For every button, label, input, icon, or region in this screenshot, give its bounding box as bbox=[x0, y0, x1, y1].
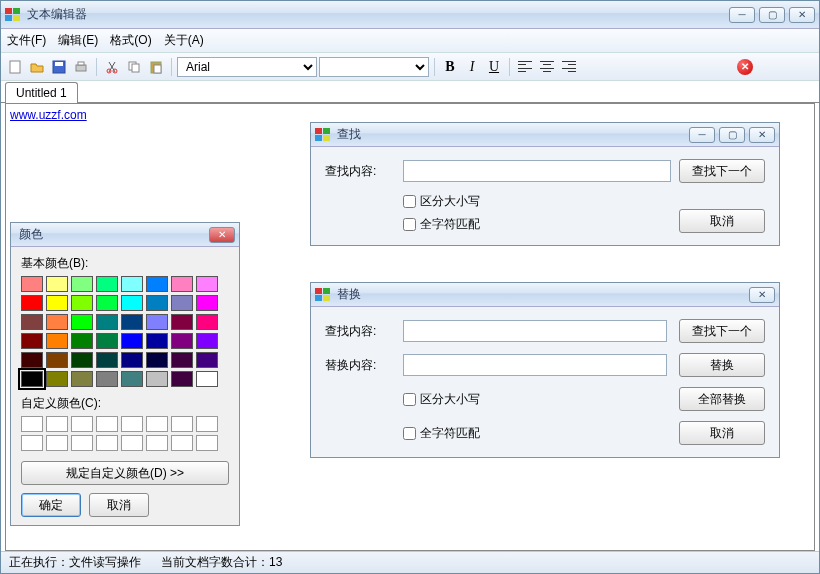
align-right-button[interactable] bbox=[559, 57, 579, 77]
tab-untitled[interactable]: Untitled 1 bbox=[5, 82, 78, 103]
maximize-button[interactable]: ▢ bbox=[759, 7, 785, 23]
italic-button[interactable]: I bbox=[462, 57, 482, 77]
color-swatch[interactable] bbox=[71, 314, 93, 330]
color-swatch[interactable] bbox=[196, 276, 218, 292]
color-swatch[interactable] bbox=[71, 333, 93, 349]
color-swatch[interactable] bbox=[146, 333, 168, 349]
color-swatch[interactable] bbox=[21, 352, 43, 368]
underline-button[interactable]: U bbox=[484, 57, 504, 77]
color-swatch[interactable] bbox=[196, 371, 218, 387]
cut-icon[interactable] bbox=[102, 57, 122, 77]
color-swatch[interactable] bbox=[196, 333, 218, 349]
custom-swatch[interactable] bbox=[146, 435, 168, 451]
color-swatch[interactable] bbox=[171, 295, 193, 311]
custom-swatch[interactable] bbox=[196, 416, 218, 432]
new-icon[interactable] bbox=[5, 57, 25, 77]
custom-swatch[interactable] bbox=[46, 416, 68, 432]
color-swatch[interactable] bbox=[171, 352, 193, 368]
custom-swatch[interactable] bbox=[21, 435, 43, 451]
color-close-button[interactable]: ✕ bbox=[209, 227, 235, 243]
custom-swatch[interactable] bbox=[121, 416, 143, 432]
custom-swatch[interactable] bbox=[46, 435, 68, 451]
find-close-button[interactable]: ✕ bbox=[749, 127, 775, 143]
menu-edit[interactable]: 编辑(E) bbox=[58, 32, 98, 49]
color-swatch[interactable] bbox=[146, 295, 168, 311]
color-swatch[interactable] bbox=[71, 276, 93, 292]
custom-swatch[interactable] bbox=[171, 435, 193, 451]
bold-button[interactable]: B bbox=[440, 57, 460, 77]
color-swatch[interactable] bbox=[46, 333, 68, 349]
color-swatch[interactable] bbox=[71, 295, 93, 311]
custom-swatch[interactable] bbox=[21, 416, 43, 432]
color-swatch[interactable] bbox=[96, 371, 118, 387]
size-select[interactable] bbox=[319, 57, 429, 77]
replace-cancel-button[interactable]: 取消 bbox=[679, 421, 765, 445]
menu-file[interactable]: 文件(F) bbox=[7, 32, 46, 49]
paste-icon[interactable] bbox=[146, 57, 166, 77]
replace-button[interactable]: 替换 bbox=[679, 353, 765, 377]
color-swatch[interactable] bbox=[171, 314, 193, 330]
color-swatch[interactable] bbox=[71, 352, 93, 368]
color-swatch[interactable] bbox=[146, 371, 168, 387]
color-swatch[interactable] bbox=[171, 276, 193, 292]
custom-swatch[interactable] bbox=[96, 416, 118, 432]
color-swatch[interactable] bbox=[46, 276, 68, 292]
save-icon[interactable] bbox=[49, 57, 69, 77]
editor-link[interactable]: www.uzzf.com bbox=[6, 104, 91, 126]
color-swatch[interactable] bbox=[121, 333, 143, 349]
color-swatch[interactable] bbox=[196, 352, 218, 368]
menu-format[interactable]: 格式(O) bbox=[110, 32, 151, 49]
find-next-button[interactable]: 查找下一个 bbox=[679, 159, 765, 183]
print-icon[interactable] bbox=[71, 57, 91, 77]
open-icon[interactable] bbox=[27, 57, 47, 77]
color-swatch[interactable] bbox=[96, 333, 118, 349]
replace-close-button[interactable]: ✕ bbox=[749, 287, 775, 303]
copy-icon[interactable] bbox=[124, 57, 144, 77]
color-swatch[interactable] bbox=[171, 333, 193, 349]
color-swatch[interactable] bbox=[121, 314, 143, 330]
minimize-button[interactable]: ─ bbox=[729, 7, 755, 23]
custom-swatch[interactable] bbox=[171, 416, 193, 432]
align-center-button[interactable] bbox=[537, 57, 557, 77]
color-swatch[interactable] bbox=[46, 295, 68, 311]
color-swatch[interactable] bbox=[171, 371, 193, 387]
custom-swatch[interactable] bbox=[96, 435, 118, 451]
color-swatch[interactable] bbox=[121, 371, 143, 387]
color-swatch[interactable] bbox=[196, 314, 218, 330]
custom-swatch[interactable] bbox=[196, 435, 218, 451]
color-swatch[interactable] bbox=[46, 352, 68, 368]
color-swatch[interactable] bbox=[146, 352, 168, 368]
color-cancel-button[interactable]: 取消 bbox=[89, 493, 149, 517]
font-select[interactable]: Arial bbox=[177, 57, 317, 77]
color-swatch[interactable] bbox=[121, 295, 143, 311]
color-swatch[interactable] bbox=[21, 276, 43, 292]
color-swatch[interactable] bbox=[21, 295, 43, 311]
menu-about[interactable]: 关于(A) bbox=[164, 32, 204, 49]
custom-swatch[interactable] bbox=[146, 416, 168, 432]
color-swatch[interactable] bbox=[196, 295, 218, 311]
custom-swatch[interactable] bbox=[121, 435, 143, 451]
align-left-button[interactable] bbox=[515, 57, 535, 77]
find-content-input[interactable] bbox=[403, 160, 671, 182]
replace-find-input[interactable] bbox=[403, 320, 667, 342]
define-custom-button[interactable]: 规定自定义颜色(D) >> bbox=[21, 461, 229, 485]
color-swatch[interactable] bbox=[21, 314, 43, 330]
color-swatch[interactable] bbox=[96, 352, 118, 368]
color-swatch[interactable] bbox=[121, 352, 143, 368]
color-swatch[interactable] bbox=[96, 314, 118, 330]
replace-all-button[interactable]: 全部替换 bbox=[679, 387, 765, 411]
find-case-checkbox[interactable]: 区分大小写 bbox=[403, 193, 671, 210]
replace-replace-input[interactable] bbox=[403, 354, 667, 376]
color-swatch[interactable] bbox=[46, 371, 68, 387]
replace-wholeword-checkbox[interactable]: 全字符匹配 bbox=[403, 425, 480, 442]
color-swatch[interactable] bbox=[121, 276, 143, 292]
color-swatch[interactable] bbox=[21, 371, 43, 387]
color-ok-button[interactable]: 确定 bbox=[21, 493, 81, 517]
color-swatch[interactable] bbox=[96, 295, 118, 311]
color-swatch[interactable] bbox=[71, 371, 93, 387]
color-swatch[interactable] bbox=[146, 314, 168, 330]
close-button[interactable]: ✕ bbox=[789, 7, 815, 23]
color-swatch[interactable] bbox=[46, 314, 68, 330]
custom-swatch[interactable] bbox=[71, 435, 93, 451]
color-swatch[interactable] bbox=[96, 276, 118, 292]
